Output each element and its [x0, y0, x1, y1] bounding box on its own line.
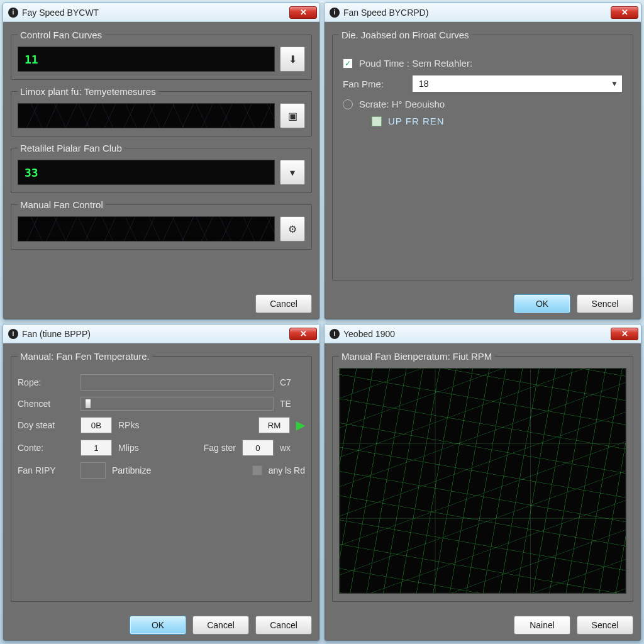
conte-unit: Mlips: [118, 443, 143, 453]
close-button[interactable]: ✕: [611, 328, 638, 340]
close-icon: ✕: [300, 329, 307, 338]
rope-input[interactable]: [80, 374, 274, 391]
cancel-button[interactable]: Cancel: [192, 616, 249, 635]
group-manual-fan-control: Manual Fan Control ⚙: [11, 199, 312, 250]
settings-button[interactable]: ⚙: [280, 216, 305, 242]
conte-input[interactable]: [80, 440, 112, 456]
download-icon: ⬇: [289, 53, 297, 65]
app-icon: i: [330, 8, 340, 18]
chencet-slider[interactable]: [80, 397, 274, 411]
slider-thumb[interactable]: [85, 399, 91, 409]
dialog-yeobed-1900: i Yeobed 1900 ✕ Manual Fan Bienperatum: …: [324, 324, 641, 641]
rope-label: Rope:: [18, 377, 74, 387]
titlebar[interactable]: i Fan (tiune BPPP) ✕: [3, 325, 319, 343]
poud-time-checkbox[interactable]: ✓: [343, 58, 353, 69]
dialog-fan-speed-bycwt: i Fay Speed BYCWT ✕ Control Fan Curves 1…: [3, 3, 320, 320]
cancel-button-2[interactable]: Cancel: [255, 616, 312, 635]
value-display: [18, 216, 275, 242]
close-icon: ✕: [621, 329, 628, 338]
ok-button[interactable]: OK: [514, 294, 570, 313]
group-legend: Limox plant fu: Temyetemesures: [18, 86, 158, 97]
titlebar[interactable]: i Fan Speed BYCRPD) ✕: [325, 3, 641, 22]
group-limox-temperatures: Limox plant fu: Temyetemesures ▣: [11, 86, 312, 136]
any-label: any ls Rd: [269, 465, 305, 475]
group-legend: Manual Fan Bienperatum: Fiut RPM: [339, 351, 494, 362]
export-icon: ▣: [288, 110, 297, 122]
fag-ster-input[interactable]: [242, 440, 274, 456]
fan-pme-select[interactable]: 18 ▼: [412, 75, 623, 92]
group-firoat-curves: Die. Joabsed on Firoat Curves ✓ Poud Tim…: [332, 30, 633, 280]
group-manual-fan-rpm-chart: Manual Fan Bienperatum: Fiut RPM: [332, 351, 633, 602]
group-control-fan-curves: Control Fan Curves 11 ⬇: [11, 30, 312, 80]
rope-unit: C7: [280, 377, 305, 387]
nainel-button[interactable]: Nainel: [514, 616, 570, 635]
chencet-label: Chencet: [18, 399, 74, 409]
sencel-button[interactable]: Sencel: [577, 294, 633, 313]
gear-icon: ⚙: [288, 223, 297, 235]
group-retalilet-fan-club: Retalilet Pialar Fan Club 33 ▾: [11, 143, 312, 193]
play-arrow-icon[interactable]: ▶: [296, 418, 305, 432]
close-button[interactable]: ✕: [289, 328, 317, 340]
cancel-button[interactable]: Cancel: [255, 294, 312, 313]
doy-steat-label: Doy steat: [18, 420, 74, 430]
value-display: 33: [18, 160, 275, 185]
titlebar[interactable]: i Yeobed 1900 ✕: [325, 325, 641, 343]
any-checkbox[interactable]: [252, 465, 262, 475]
group-legend: Die. Joabsed on Firoat Curves: [339, 30, 472, 40]
chevron-down-icon: ▾: [290, 167, 295, 179]
value-display: [18, 103, 275, 128]
close-button[interactable]: ✕: [611, 6, 638, 19]
fan-ripy-label: Fan RIPY: [18, 465, 74, 475]
group-manual-fan-temperature: Manual: Fan Fen Temperature. Rope: C7 Ch…: [11, 351, 312, 602]
fag-ster-label: Fag ster: [204, 443, 236, 453]
doy-steat-input[interactable]: [80, 417, 112, 433]
fan-pme-value: 18: [419, 79, 429, 89]
doy-unit: RPks: [118, 420, 143, 430]
dialog-fan-speed-bycrpd: i Fan Speed BYCRPD) ✕ Die. Joabsed on Fi…: [324, 3, 641, 320]
fan-rpm-chart[interactable]: [339, 368, 626, 594]
dropdown-button[interactable]: ▾: [280, 160, 305, 185]
group-legend: Manual: Fan Fen Temperature.: [18, 351, 152, 362]
sencel-button[interactable]: Sencel: [577, 616, 633, 635]
up-fr-ren-link[interactable]: UP FR REN: [388, 116, 445, 126]
titlebar[interactable]: i Fay Speed BYCWT ✕: [3, 3, 319, 22]
window-title: Yeobed 1900: [343, 329, 611, 339]
group-legend: Manual Fan Control: [18, 199, 106, 210]
app-icon: i: [8, 329, 18, 339]
fan-pme-label: Fan Pme:: [343, 79, 406, 89]
dialog-fan-tune-bppp: i Fan (tiune BPPP) ✕ Manual: Fan Fen Tem…: [3, 324, 320, 641]
scrate-label: Scrate: H° Deouisho: [359, 99, 623, 109]
window-title: Fan (tiune BPPP): [22, 329, 289, 339]
close-icon: ✕: [621, 8, 628, 17]
chevron-down-icon: ▼: [611, 79, 618, 88]
close-icon: ✕: [300, 8, 307, 17]
fan-ripy-input[interactable]: [80, 462, 106, 479]
conte-label: Conte:: [18, 443, 74, 453]
scrate-radio[interactable]: [343, 99, 353, 109]
ok-button[interactable]: OK: [130, 616, 186, 635]
partibnize-label: Partibnize: [112, 465, 151, 475]
window-title: Fay Speed BYCWT: [22, 8, 289, 18]
export-button[interactable]: ▣: [280, 103, 305, 128]
fag-unit: wx: [280, 443, 305, 453]
group-legend: Retalilet Pialar Fan Club: [18, 143, 125, 153]
window-title: Fan Speed BYCRPD): [343, 8, 611, 18]
group-legend: Control Fan Curves: [18, 30, 104, 40]
poud-time-label: Poud Time : Sem Retahler:: [359, 58, 623, 69]
close-button[interactable]: ✕: [289, 6, 317, 19]
download-button[interactable]: ⬇: [280, 47, 305, 72]
app-icon: i: [8, 8, 18, 18]
rm-input[interactable]: [258, 417, 290, 433]
chencet-unit: TE: [280, 399, 305, 409]
app-icon: i: [330, 329, 340, 339]
value-display: 11: [18, 47, 275, 72]
calculator-icon: [372, 116, 382, 126]
